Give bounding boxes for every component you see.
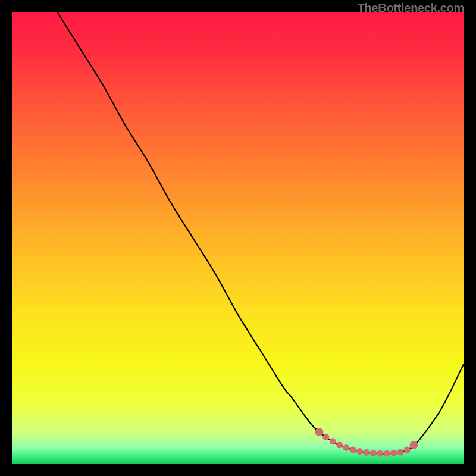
chart-svg: [12, 12, 464, 464]
highlight-dot: [364, 449, 370, 456]
highlight-dot: [397, 449, 403, 456]
highlight-dot: [377, 450, 383, 457]
highlight-dot: [370, 450, 377, 456]
highlight-dot: [384, 450, 390, 457]
watermark-label: TheBottleneck.com: [358, 1, 464, 15]
highlight-dot: [350, 446, 356, 453]
highlight-dot: [330, 438, 336, 444]
highlight-dot: [390, 450, 397, 456]
highlight-dot: [336, 441, 343, 448]
plot-area: [12, 12, 464, 464]
highlight-dot: [356, 448, 363, 455]
highlight-dot: [404, 447, 411, 453]
gradient-background: [12, 12, 464, 464]
highlight-dot: [315, 428, 323, 436]
chart-container: TheBottleneck.com: [0, 0, 476, 476]
highlight-dot: [343, 444, 349, 451]
highlight-dot: [322, 434, 329, 440]
highlight-dot: [410, 441, 418, 449]
